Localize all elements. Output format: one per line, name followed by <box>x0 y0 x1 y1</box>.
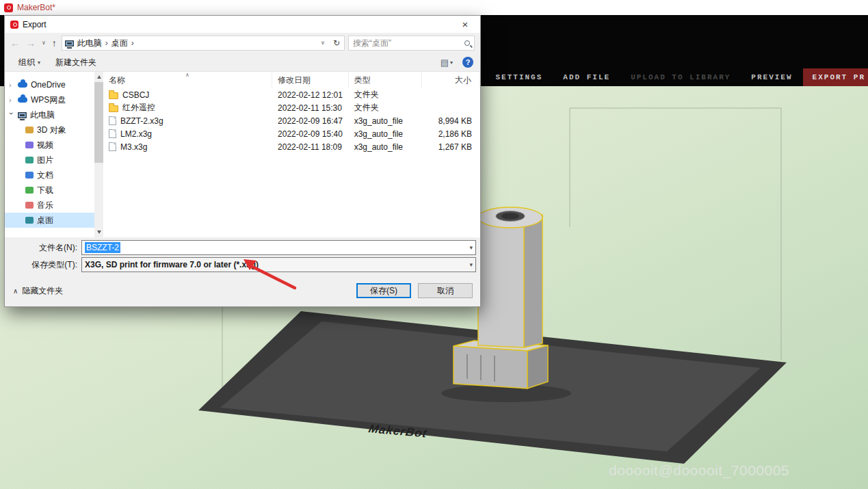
music-icon <box>25 202 34 209</box>
sidebar-item-onedrive[interactable]: › OneDrive <box>5 77 94 92</box>
search-input[interactable]: 搜索“桌面” <box>348 36 475 51</box>
close-icon[interactable]: × <box>450 16 480 33</box>
filename-row: 文件名(N): BSZZT-2 ▾ <box>5 240 476 255</box>
column-header-date[interactable]: 修改日期 <box>272 72 349 88</box>
downloads-icon <box>25 187 34 194</box>
cloud-icon <box>18 97 27 103</box>
file-row[interactable]: LM2.x3g 2022-02-09 15:40 x3g_auto_file 2… <box>103 127 480 140</box>
dialog-makerbot-icon <box>10 21 18 29</box>
sidebar-label: 桌面 <box>37 215 53 226</box>
filename-input[interactable]: BSZZT-2 ▾ <box>81 240 476 255</box>
file-type: x3g_auto_file <box>349 142 423 152</box>
back-icon[interactable]: ← <box>9 38 21 48</box>
screen: MakerBot* SETTINGS ADD FILE UPLOAD TO LI… <box>0 0 868 489</box>
sidebar-label: 音乐 <box>37 200 53 211</box>
file-size: 8,994 KB <box>422 116 480 126</box>
app-title: MakerBot* <box>17 3 55 12</box>
3d-objects-icon <box>25 127 34 133</box>
sidebar-item-downloads[interactable]: 下载 <box>5 183 94 198</box>
forward-icon[interactable]: → <box>25 38 37 48</box>
sidebar-item-wps[interactable]: › WPS网盘 <box>5 92 94 107</box>
sidebar-item-documents[interactable]: 文档 <box>5 168 94 183</box>
breadcrumb-this-pc[interactable]: 此电脑 <box>77 38 102 49</box>
column-header-type[interactable]: 类型 <box>349 72 423 88</box>
desktop-icon <box>25 217 34 224</box>
scroll-up-icon[interactable] <box>97 75 101 79</box>
file-date: 2022-02-09 16:47 <box>272 116 349 126</box>
file-size: 2,186 KB <box>422 129 480 139</box>
hide-folders-toggle[interactable]: ∧ 隐藏文件夹 <box>13 285 63 297</box>
column-header-size[interactable]: 大小 <box>422 72 480 88</box>
filename-label: 文件名(N): <box>5 242 81 254</box>
file-row[interactable]: BZZT-2.x3g 2022-02-09 16:47 x3g_auto_fil… <box>103 114 480 127</box>
videos-icon <box>25 142 34 148</box>
breadcrumb[interactable]: 此电脑 › 桌面 › ∨ ↻ <box>62 36 345 51</box>
save-type-label: 保存类型(T): <box>5 259 81 271</box>
new-folder-button[interactable]: 新建文件夹 <box>55 57 96 68</box>
file-icon <box>109 129 116 138</box>
file-list-header: 名称 ∧ 修改日期 类型 大小 <box>103 72 480 88</box>
file-name: 红外遥控 <box>122 102 155 114</box>
expand-chevron-icon[interactable]: › <box>9 96 14 104</box>
toolbar-preview[interactable]: PREVIEW <box>741 68 802 86</box>
sidebar-label: 3D 对象 <box>37 124 66 136</box>
app-titlebar[interactable]: MakerBot* <box>0 0 868 15</box>
sidebar-item-desktop[interactable]: 桌面 <box>5 213 94 228</box>
toolbar-export-print-file[interactable]: EXPORT PR <box>803 68 868 86</box>
sidebar-item-3d-objects[interactable]: 3D 对象 <box>5 122 94 137</box>
computer-icon <box>18 112 27 118</box>
expand-chevron-icon[interactable]: › <box>9 81 14 89</box>
export-dialog: Export × ← → ∨ ↑ 此电脑 › 桌面 › ∨ ↻ 搜索“桌面” <box>4 15 481 307</box>
file-name: CSBCJ <box>122 90 149 100</box>
sidebar-item-videos[interactable]: 视频 <box>5 137 94 153</box>
sidebar-label: OneDrive <box>31 80 66 90</box>
sidebar-label: 下载 <box>37 185 53 196</box>
save-type-select[interactable]: X3G, SD print for firmware 7.0 or later … <box>81 257 476 272</box>
file-name: M3.x3g <box>120 142 147 152</box>
cloud-icon <box>18 82 27 88</box>
sidebar-label: 图片 <box>37 155 53 166</box>
makerbot-logo-icon <box>4 3 13 12</box>
sidebar-label: 文档 <box>37 170 53 181</box>
help-icon[interactable]: ? <box>462 57 473 68</box>
view-options-icon[interactable]: ▤▾ <box>440 57 453 68</box>
refresh-icon[interactable]: ↻ <box>332 39 341 47</box>
chevron-down-icon: ▾ <box>38 60 40 66</box>
save-type-row: 保存类型(T): X3G, SD print for firmware 7.0 … <box>5 257 476 272</box>
file-row[interactable]: CSBCJ 2022-02-12 12:01 文件夹 <box>103 88 480 101</box>
address-dropdown-icon[interactable]: ∨ <box>319 40 326 46</box>
chevron-down-icon[interactable]: ▾ <box>469 244 473 251</box>
file-date: 2022-02-11 15:30 <box>272 103 349 113</box>
pictures-icon <box>25 157 34 163</box>
breadcrumb-desktop[interactable]: 桌面 <box>111 38 128 49</box>
sidebar-label: 视频 <box>37 140 53 151</box>
file-list: 名称 ∧ 修改日期 类型 大小 CSBCJ 2022-02-12 12: <box>103 72 480 237</box>
file-row[interactable]: 红外遥控 2022-02-11 15:30 文件夹 <box>103 101 480 114</box>
sidebar-scrollbar[interactable] <box>94 72 103 237</box>
sidebar-label: WPS网盘 <box>31 94 66 106</box>
column-header-name[interactable]: 名称 ∧ <box>103 72 272 88</box>
dialog-titlebar[interactable]: Export × <box>5 16 480 33</box>
scroll-down-icon[interactable] <box>97 230 101 234</box>
history-chevron-icon[interactable]: ∨ <box>40 40 47 46</box>
organize-menu[interactable]: 组织 ▾ <box>18 57 40 68</box>
watermark: dooooit@dooooit_7000005 <box>609 462 789 479</box>
computer-icon <box>65 40 74 47</box>
sidebar-item-pictures[interactable]: 图片 <box>5 153 94 168</box>
chevron-down-icon[interactable]: ▾ <box>469 261 473 268</box>
toolbar-upload-to-library: UPLOAD TO LIBRARY <box>620 68 741 86</box>
dialog-nav-bar: ← → ∨ ↑ 此电脑 › 桌面 › ∨ ↻ 搜索“桌面” <box>5 33 480 53</box>
sidebar-item-this-pc[interactable]: › 此电脑 <box>5 107 94 122</box>
toolbar-add-file[interactable]: ADD FILE <box>553 68 620 86</box>
scrollbar-thumb[interactable] <box>94 82 103 163</box>
sidebar-item-music[interactable]: 音乐 <box>5 198 94 213</box>
cancel-button[interactable]: 取消 <box>418 283 473 298</box>
search-placeholder: 搜索“桌面” <box>353 38 462 49</box>
chevron-up-icon: ∧ <box>13 287 18 295</box>
toolbar-settings[interactable]: SETTINGS <box>486 68 553 86</box>
file-type: 文件夹 <box>349 89 423 101</box>
file-row[interactable]: M3.x3g 2022-02-11 18:09 x3g_auto_file 1,… <box>103 140 480 153</box>
save-button[interactable]: 保存(S) <box>356 283 411 298</box>
collapse-chevron-icon[interactable]: › <box>8 112 16 118</box>
up-icon[interactable]: ↑ <box>51 38 58 48</box>
